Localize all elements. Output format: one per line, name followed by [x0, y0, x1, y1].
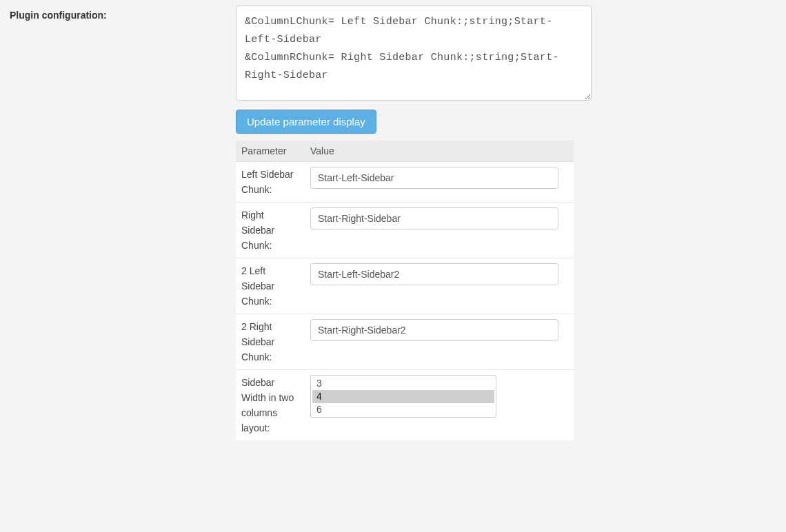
col-parameter: Parameter: [236, 141, 305, 162]
config-label: Plugin configuration:: [0, 0, 236, 21]
param-label: Left Sidebar Chunk:: [236, 162, 305, 203]
sidebar-width-select[interactable]: 346: [310, 375, 496, 418]
param-label: Right Sidebar Chunk:: [236, 203, 305, 258]
right-sidebar-chunk-2-input[interactable]: [310, 319, 558, 341]
table-row: Left Sidebar Chunk:: [236, 162, 574, 203]
col-value: Value: [305, 141, 574, 162]
config-textarea[interactable]: [236, 6, 592, 101]
param-label: 2 Right Sidebar Chunk:: [236, 314, 305, 370]
config-content: Update parameter display Parameter Value…: [236, 0, 592, 440]
table-row: Right Sidebar Chunk:: [236, 203, 574, 258]
param-label: 2 Left Sidebar Chunk:: [236, 258, 305, 314]
param-label: Sidebar Width in two columns layout:: [236, 370, 305, 441]
width-option[interactable]: 4: [312, 390, 494, 403]
right-sidebar-chunk-input[interactable]: [310, 207, 558, 229]
left-sidebar-chunk-2-input[interactable]: [310, 263, 558, 285]
update-parameter-display-button[interactable]: Update parameter display: [236, 110, 376, 134]
width-option[interactable]: 3: [312, 377, 494, 390]
width-option[interactable]: 6: [312, 403, 494, 416]
parameters-table: Parameter Value Left Sidebar Chunk: Righ…: [236, 141, 574, 440]
table-row: 2 Left Sidebar Chunk:: [236, 258, 574, 314]
left-sidebar-chunk-input[interactable]: [310, 167, 558, 189]
table-row: Sidebar Width in two columns layout: 346: [236, 370, 574, 441]
table-row: 2 Right Sidebar Chunk:: [236, 314, 574, 370]
plugin-config-form: Plugin configuration: Update parameter d…: [0, 0, 786, 440]
